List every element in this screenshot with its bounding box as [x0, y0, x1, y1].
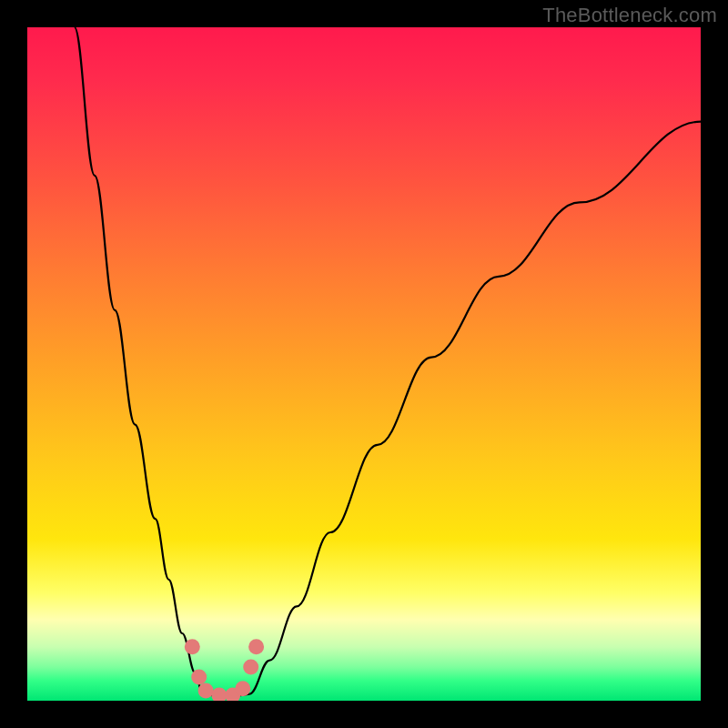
data-dot	[211, 688, 227, 701]
data-dot	[243, 660, 258, 675]
data-dot	[185, 639, 200, 654]
data-dot	[235, 681, 250, 696]
data-dot	[248, 639, 264, 654]
watermark-text: TheBottleneck.com	[542, 4, 717, 27]
bottleneck-curve	[75, 27, 701, 696]
data-dot	[191, 670, 207, 685]
plot-area	[27, 27, 701, 701]
data-dot	[198, 682, 214, 698]
curve-svg	[27, 27, 701, 701]
chart-frame: TheBottleneck.com	[0, 0, 728, 728]
curve-left-branch	[75, 27, 203, 694]
curve-right-branch	[249, 122, 701, 694]
